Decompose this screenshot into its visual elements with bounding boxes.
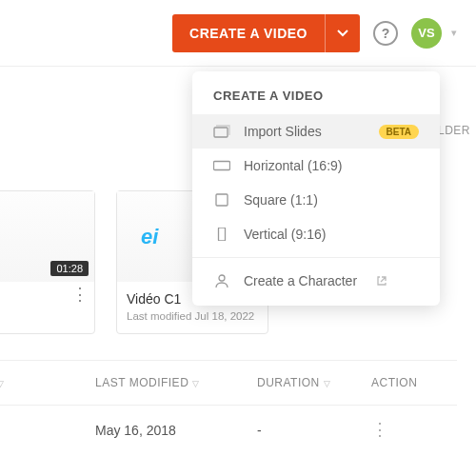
square-ratio-icon	[213, 193, 230, 207]
table-row[interactable]: Folder May 16, 2018 - ⋮	[0, 423, 457, 438]
chevron-down-icon: ▽	[192, 379, 200, 388]
dropdown-item-vertical[interactable]: Vertical (9:16)	[192, 217, 440, 251]
thumbnail-logo: ei	[141, 225, 158, 249]
chevron-down-icon: ▽	[0, 379, 5, 388]
column-header-duration[interactable]: DURATION▽	[257, 376, 371, 389]
help-icon[interactable]: ?	[373, 21, 398, 46]
cell-type: Folder	[0, 423, 95, 438]
column-header-action: ACTION	[371, 376, 417, 389]
svg-point-4	[219, 275, 225, 281]
dropdown-separator	[192, 257, 440, 258]
avatar[interactable]: VS	[411, 18, 442, 49]
svg-rect-0	[214, 128, 228, 137]
dropdown-title: CREATE A VIDEO	[192, 89, 440, 114]
dropdown-item-label: Import Slides	[244, 124, 322, 139]
svg-rect-1	[214, 162, 230, 170]
cell-duration: -	[257, 423, 371, 438]
duration-badge: 01:28	[50, 261, 89, 276]
create-video-dropdown: CREATE A VIDEO Import Slides BETA Horizo…	[192, 71, 440, 306]
table-header: TYPE▽ LAST MODIFIED▽ DURATION▽ ACTION	[0, 360, 457, 406]
video-thumbnail: 01:28	[0, 191, 94, 282]
topbar: CREATE A VIDEO ? VS ▾	[0, 0, 476, 67]
chevron-down-icon: ▾	[451, 27, 457, 39]
dropdown-item-horizontal[interactable]: Horizontal (16:9)	[192, 149, 440, 183]
create-video-dropdown-toggle[interactable]	[325, 14, 360, 52]
video-subtitle: Last modified Jul 18, 2022	[127, 310, 258, 322]
character-icon	[213, 274, 230, 288]
dropdown-item-label: Horizontal (16:9)	[244, 158, 343, 173]
more-icon[interactable]: ⋮	[371, 426, 388, 433]
more-icon[interactable]: ⋮	[71, 291, 89, 298]
cell-modified: May 16, 2018	[95, 423, 257, 438]
svg-rect-3	[219, 228, 226, 241]
vertical-ratio-icon	[213, 228, 230, 241]
chevron-down-icon: ▽	[324, 379, 331, 388]
svg-rect-2	[216, 194, 228, 206]
dropdown-item-label: Vertical (9:16)	[244, 227, 326, 242]
beta-badge: BETA	[379, 125, 419, 139]
dropdown-item-import-slides[interactable]: Import Slides BETA	[192, 114, 440, 149]
video-card[interactable]: 01:28 18, 2022 ⋮	[0, 190, 95, 334]
slides-icon	[213, 125, 230, 138]
external-link-icon	[376, 275, 387, 287]
create-video-button[interactable]: CREATE A VIDEO	[172, 14, 360, 52]
horizontal-ratio-icon	[213, 159, 230, 172]
chevron-down-icon	[337, 30, 348, 37]
dropdown-item-label: Create a Character	[244, 273, 357, 288]
dropdown-item-square[interactable]: Square (1:1)	[192, 183, 440, 217]
dropdown-item-create-character[interactable]: Create a Character	[192, 264, 440, 298]
create-video-label: CREATE A VIDEO	[172, 14, 325, 52]
column-header-modified[interactable]: LAST MODIFIED▽	[95, 376, 257, 389]
dropdown-item-label: Square (1:1)	[244, 192, 318, 208]
column-header-type[interactable]: TYPE▽	[0, 376, 95, 389]
